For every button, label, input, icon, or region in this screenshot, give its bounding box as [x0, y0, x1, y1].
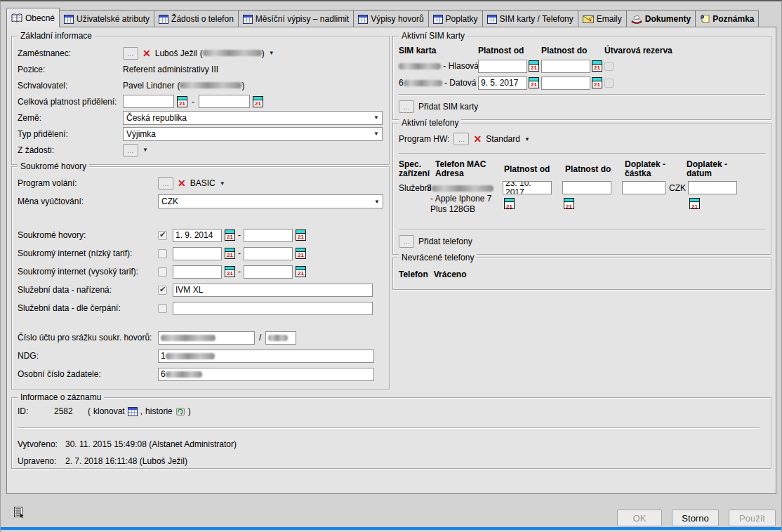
- internet-high-row: Soukromý internet (vysoký tarif): -: [18, 262, 383, 281]
- internet-high-checkbox[interactable]: [158, 267, 167, 277]
- add-sim-button[interactable]: ...: [399, 100, 414, 113]
- phone-to-input[interactable]: [562, 181, 611, 194]
- created-label: Vytvořeno:: [18, 439, 65, 449]
- phone-surcharge-input[interactable]: [622, 181, 665, 194]
- tab-vypisy-hovoru[interactable]: Výpisy hovorů: [353, 10, 428, 27]
- from-request-dropdown-arrow-icon[interactable]: ▼: [143, 147, 148, 153]
- internet-high-to-input[interactable]: [244, 265, 293, 279]
- calendar-icon[interactable]: [689, 198, 700, 209]
- call-program-clear-icon[interactable]: ✕: [178, 178, 186, 188]
- validity-to-input[interactable]: [199, 95, 250, 108]
- history-icon[interactable]: [175, 406, 185, 416]
- data-usage-row: Služební data - dle čerpání:: [18, 299, 383, 317]
- tab-obecne[interactable]: Obecné: [6, 8, 60, 27]
- calendar-icon[interactable]: [296, 230, 306, 241]
- hw-program-clear-icon[interactable]: ✕: [473, 134, 482, 144]
- internet-low-to-input[interactable]: [244, 247, 293, 260]
- calendar-icon[interactable]: [225, 230, 235, 241]
- tab-mesicni-vypisy-nadlimit[interactable]: Měsíční výpisy – nadlimit: [238, 10, 354, 27]
- sim1-from-input[interactable]: [478, 60, 527, 73]
- tab-bar: Obecné Uživatelské atributy Žádosti o te…: [6, 8, 777, 27]
- calendar-icon[interactable]: [225, 266, 235, 277]
- note-icon: [700, 14, 710, 24]
- internet-low-checkbox[interactable]: [158, 249, 167, 258]
- tab-poznamka[interactable]: Poznámka: [695, 10, 759, 27]
- employee-clear-icon[interactable]: ✕: [143, 48, 151, 58]
- tab-zadosti-o-telefon[interactable]: Žádosti o telefon: [154, 10, 239, 27]
- phone-from-input[interactable]: 23. 10. 2017: [503, 181, 552, 194]
- internet-high-label: Soukromý internet (vysoký tarif):: [18, 267, 158, 277]
- phone-surcharge-date-input[interactable]: [688, 181, 737, 194]
- internet-low-from-input[interactable]: [173, 247, 222, 260]
- validity-label: Celková platnost přidělení:: [18, 97, 123, 107]
- private-calls-legend: Soukromé hovory: [18, 162, 89, 171]
- active-phones-legend: Aktivní telefony: [399, 119, 461, 127]
- bank-code-input[interactable]: [265, 331, 296, 345]
- basic-info-fieldset: Základní informace Zaměstnanec: ... ✕ Lu…: [11, 36, 390, 165]
- sim-row: 6 - Datová 9. 5. 2017: [399, 74, 765, 91]
- tab-uzivatelske-atributy[interactable]: Uživatelské atributy: [59, 10, 154, 27]
- internet-high-from-input[interactable]: [173, 265, 222, 279]
- call-program-browse-button[interactable]: ...: [158, 177, 173, 189]
- hw-program-dropdown-arrow-icon[interactable]: ▼: [524, 136, 530, 142]
- calendar-icon[interactable]: [529, 60, 539, 72]
- phones-header-spec: Spec. zařízení: [399, 160, 432, 178]
- report-icon[interactable]: [13, 507, 25, 519]
- phones-table: Spec. zařízení Telefon MAC Adresa Platno…: [399, 159, 765, 226]
- employee-browse-button[interactable]: ...: [123, 47, 138, 60]
- calendar-icon[interactable]: [253, 96, 263, 107]
- currency-select[interactable]: CZK ▼: [158, 194, 383, 208]
- validity-from-input[interactable]: [123, 95, 174, 108]
- calendar-icon[interactable]: [592, 77, 602, 88]
- tab-sim-karty-telefony[interactable]: SIM karty / Telefony: [482, 10, 578, 27]
- clone-table-icon[interactable]: [128, 407, 138, 416]
- position-value: Referent administrativy III: [123, 65, 218, 74]
- cancel-button[interactable]: Storno: [672, 510, 719, 526]
- add-phones-button[interactable]: ...: [399, 235, 414, 248]
- calendar-icon[interactable]: [177, 96, 187, 107]
- sim2-from-input[interactable]: 9. 5. 2017: [478, 77, 527, 90]
- clone-link[interactable]: klonovat: [93, 406, 125, 416]
- private-calls-to-input[interactable]: [244, 229, 293, 242]
- history-link[interactable]: historie: [145, 406, 173, 416]
- ok-button[interactable]: OK: [617, 510, 662, 526]
- employee-dropdown-arrow-icon[interactable]: ▼: [269, 50, 274, 56]
- sim1-to-input[interactable]: [541, 60, 590, 73]
- call-program-dropdown-arrow-icon[interactable]: ▼: [220, 180, 225, 187]
- data-usage-checkbox[interactable]: [158, 304, 167, 313]
- tab-emaily[interactable]: Emaily: [578, 10, 627, 27]
- data-mandatory-input[interactable]: IVM XL: [173, 284, 373, 297]
- data-usage-input[interactable]: [173, 302, 373, 315]
- approver-name: Pavel Lindner: [123, 81, 174, 91]
- calendar-icon[interactable]: [225, 248, 235, 259]
- validity-row: Celková platnost přidělení: -: [18, 93, 383, 109]
- apply-button[interactable]: Použít: [729, 510, 776, 526]
- calendar-icon[interactable]: [529, 77, 539, 88]
- hw-program-browse-button[interactable]: ...: [453, 133, 469, 145]
- calendar-icon[interactable]: [564, 198, 574, 209]
- sim2-reserve-checkbox[interactable]: [604, 79, 614, 88]
- separator: [18, 427, 760, 429]
- account-number-input[interactable]: [158, 331, 255, 345]
- tab-dokumenty[interactable]: Dokumenty: [626, 10, 696, 27]
- calendar-icon[interactable]: [296, 248, 306, 259]
- calendar-icon[interactable]: [592, 60, 602, 72]
- table-icon: [64, 15, 74, 24]
- sim2-to-input[interactable]: [541, 77, 590, 90]
- from-request-browse-button[interactable]: ...: [123, 144, 138, 157]
- calendar-icon[interactable]: [504, 198, 515, 209]
- calendar-icon[interactable]: [296, 266, 306, 277]
- applicant-id-input[interactable]: 6: [158, 368, 374, 381]
- ndg-input[interactable]: 1: [158, 350, 374, 363]
- add-sim-label: Přidat SIM karty: [418, 102, 478, 112]
- assignment-type-select[interactable]: Výjimka ▼: [123, 127, 383, 141]
- private-calls-checkbox[interactable]: [158, 231, 167, 240]
- add-sim-row: ... Přidat SIM karty: [399, 98, 765, 115]
- data-mandatory-checkbox[interactable]: [158, 286, 167, 295]
- private-calls-from-input[interactable]: 1. 9. 2014: [173, 229, 222, 242]
- sim1-reserve-checkbox[interactable]: [604, 62, 614, 71]
- country-select[interactable]: Česká republika ▼: [123, 111, 383, 125]
- sim-header-from: Platnost od: [478, 46, 541, 55]
- sim-header-row: SIM karta Platnost od Platnost do Útvaro…: [399, 44, 765, 58]
- tab-poplatky[interactable]: Poplatky: [428, 10, 483, 27]
